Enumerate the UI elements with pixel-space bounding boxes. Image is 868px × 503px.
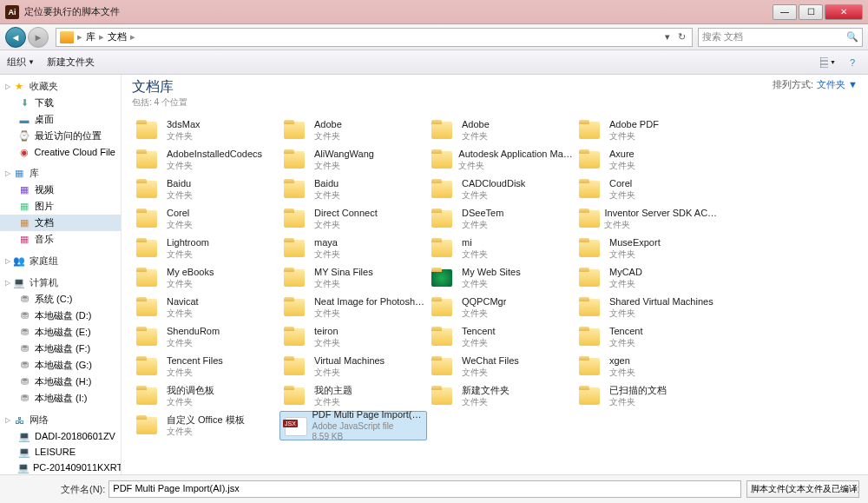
folder-item[interactable]: Shared Virtual Machines文件夹 bbox=[575, 293, 722, 322]
folder-item[interactable]: Neat Image for Photoshop文件夹 bbox=[279, 293, 427, 322]
folder-item[interactable]: teiron文件夹 bbox=[279, 322, 427, 352]
folder-item[interactable]: 我的调色板文件夹 bbox=[132, 381, 279, 411]
folder-item[interactable]: Inventor Server SDK ACAD 2016文件夹 bbox=[575, 204, 722, 234]
folder-item[interactable]: Corel文件夹 bbox=[575, 175, 722, 204]
folder-item[interactable]: Autodesk Application Manager文件夹 bbox=[427, 145, 575, 175]
breadcrumb-part[interactable]: 文档 bbox=[104, 30, 130, 43]
forward-button[interactable]: ► bbox=[28, 27, 49, 48]
sidebar-item-drive[interactable]: ⛃本地磁盘 (H:) bbox=[0, 374, 121, 390]
folder-item[interactable]: Adobe文件夹 bbox=[279, 116, 427, 145]
folder-item[interactable]: Direct Connect文件夹 bbox=[279, 204, 427, 234]
folder-item[interactable]: Tencent Files文件夹 bbox=[132, 352, 279, 381]
search-input[interactable]: 搜索 文档 🔍 bbox=[698, 28, 863, 47]
folder-icon bbox=[576, 147, 604, 173]
sidebar-item-drive[interactable]: ⛃本地磁盘 (E:) bbox=[0, 324, 121, 341]
folder-item[interactable]: MY Sina Files文件夹 bbox=[279, 263, 427, 293]
sidebar-item-documents[interactable]: ▦文档 bbox=[0, 215, 121, 231]
sidebar-homegroup-head[interactable]: 👥家庭组 bbox=[0, 253, 121, 269]
folder-type: Adobe JavaScript file bbox=[312, 421, 424, 432]
refresh-icon[interactable]: ↻ bbox=[674, 31, 688, 43]
sidebar-network-head[interactable]: 🖧网络 bbox=[0, 412, 121, 428]
folder-item[interactable]: Virtual Machines文件夹 bbox=[279, 352, 427, 381]
folder-item[interactable]: 3dsMax文件夹 bbox=[132, 116, 279, 145]
folder-item[interactable]: MuseExport文件夹 bbox=[575, 234, 722, 263]
folder-name: Adobe bbox=[462, 119, 490, 130]
folder-name: MyCAD bbox=[609, 267, 642, 278]
folder-item[interactable]: 自定义 Office 模板文件夹 bbox=[132, 411, 279, 440]
folder-type: 文件夹 bbox=[314, 397, 352, 407]
sidebar-item-music[interactable]: ▦音乐 bbox=[0, 231, 121, 248]
folder-item[interactable]: MyCAD文件夹 bbox=[575, 263, 722, 293]
folder-item[interactable]: My Web Sites文件夹 bbox=[427, 263, 575, 293]
folder-item[interactable]: QQPCMgr文件夹 bbox=[427, 293, 575, 322]
folder-icon bbox=[429, 235, 457, 261]
folder-item[interactable]: Tencent文件夹 bbox=[427, 322, 575, 352]
folder-item[interactable]: Corel文件夹 bbox=[132, 204, 279, 234]
sidebar-item-drive[interactable]: ⛃本地磁盘 (D:) bbox=[0, 308, 121, 324]
sidebar-item-downloads[interactable]: ⬇下载 bbox=[0, 95, 121, 111]
library-subtitle: 包括: 4 个位置 bbox=[132, 96, 187, 109]
folder-item[interactable]: Axure文件夹 bbox=[575, 145, 722, 175]
history-dropdown-icon[interactable]: ▾ bbox=[661, 31, 674, 43]
sidebar-favorites-head[interactable]: ★收藏夹 bbox=[0, 78, 121, 95]
folder-item[interactable]: xgen文件夹 bbox=[575, 352, 722, 381]
back-button[interactable]: ◄ bbox=[5, 27, 26, 48]
folder-item[interactable]: 我的主题文件夹 bbox=[279, 381, 427, 411]
folder-item[interactable]: maya文件夹 bbox=[279, 234, 427, 263]
maximize-button[interactable]: ☐ bbox=[799, 4, 823, 20]
folder-item[interactable]: AliWangWang文件夹 bbox=[279, 145, 427, 175]
folder-item[interactable]: Tencent文件夹 bbox=[575, 322, 722, 352]
help-icon[interactable]: ? bbox=[844, 55, 861, 70]
sidebar-item-drive[interactable]: ⛃本地磁盘 (F:) bbox=[0, 341, 121, 357]
sidebar-item-cc[interactable]: ◉Creative Cloud File bbox=[0, 144, 121, 160]
folder-type: 文件夹 bbox=[314, 308, 425, 319]
folder-item[interactable]: 已扫描的文档文件夹 bbox=[575, 381, 722, 411]
view-mode-button[interactable]: ▼ bbox=[819, 55, 837, 70]
search-icon: 🔍 bbox=[846, 31, 858, 43]
sidebar-libraries-head[interactable]: ▦库 bbox=[0, 165, 121, 182]
folder-item[interactable]: Navicat文件夹 bbox=[132, 293, 279, 322]
folder-name: xgen bbox=[609, 355, 635, 367]
close-button[interactable]: ✕ bbox=[825, 4, 863, 20]
filename-input[interactable]: PDF Multi Page Import(AI).jsx bbox=[108, 480, 741, 498]
folder-name: PDF Multi Page Import(AI).jsx bbox=[312, 409, 424, 420]
folder-name: 自定义 Office 模板 bbox=[167, 414, 245, 426]
sidebar-item-drive[interactable]: ⛃系统 (C:) bbox=[0, 291, 121, 308]
folder-item[interactable]: Lightroom文件夹 bbox=[132, 234, 279, 263]
folder-item[interactable]: Adobe文件夹 bbox=[427, 116, 575, 145]
sidebar-item-netpc[interactable]: 💻LEISURE bbox=[0, 444, 121, 460]
sort-value[interactable]: 文件夹 ▼ bbox=[817, 78, 858, 91]
folder-item[interactable]: Baidu文件夹 bbox=[132, 175, 279, 204]
organize-button[interactable]: 组织▼ bbox=[7, 56, 35, 69]
folder-name: QQPCMgr bbox=[462, 296, 506, 308]
folder-item[interactable]: DSeeTem文件夹 bbox=[427, 204, 575, 234]
minimize-button[interactable]: — bbox=[773, 4, 797, 20]
sidebar-item-videos[interactable]: ▦视频 bbox=[0, 182, 121, 198]
breadcrumb-part[interactable]: 库 bbox=[82, 30, 99, 43]
folder-item[interactable]: CADCloudDisk文件夹 bbox=[427, 175, 575, 204]
sidebar-item-netpc[interactable]: 💻PC-201409011KXRT bbox=[0, 460, 121, 474]
folder-item[interactable]: mi文件夹 bbox=[427, 234, 575, 263]
filetype-dropdown[interactable]: 脚本文件(文本文件及已编译文)▼ bbox=[746, 480, 859, 498]
folder-item[interactable]: WeChat Files文件夹 bbox=[427, 352, 575, 381]
breadcrumb[interactable]: ▸ 库 ▸ 文档 ▸ ▾↻ bbox=[56, 28, 693, 47]
sidebar-item-netpc[interactable]: 💻DADI-20180601ZV bbox=[0, 428, 121, 444]
folder-item[interactable]: Baidu文件夹 bbox=[279, 175, 427, 204]
sidebar-item-desktop[interactable]: ▬桌面 bbox=[0, 111, 121, 128]
folder-type: 文件夹 bbox=[314, 367, 385, 378]
folder-name: Shared Virtual Machines bbox=[609, 296, 713, 308]
folder-item[interactable]: PDF Multi Page Import(AI).jsxAdobe JavaS… bbox=[279, 411, 427, 440]
folder-item[interactable]: Adobe PDF文件夹 bbox=[575, 116, 722, 145]
sidebar-computer-head[interactable]: 💻计算机 bbox=[0, 275, 121, 291]
sidebar-item-recent[interactable]: ⌚最近访问的位置 bbox=[0, 128, 121, 144]
folder-item[interactable]: 新建文件夹文件夹 bbox=[427, 381, 575, 411]
sidebar-item-drive[interactable]: ⛃本地磁盘 (I:) bbox=[0, 390, 121, 407]
folder-name: Tencent bbox=[462, 326, 496, 337]
folder-item[interactable]: AdobeInstalledCodecs文件夹 bbox=[132, 145, 279, 175]
folder-item[interactable]: My eBooks文件夹 bbox=[132, 263, 279, 293]
newfolder-button[interactable]: 新建文件夹 bbox=[47, 56, 95, 69]
folder-item[interactable]: ShenduRom文件夹 bbox=[132, 322, 279, 352]
sidebar-item-drive[interactable]: ⛃本地磁盘 (G:) bbox=[0, 357, 121, 374]
sidebar-item-pictures[interactable]: ▦图片 bbox=[0, 198, 121, 215]
folder-name: Corel bbox=[609, 178, 635, 189]
